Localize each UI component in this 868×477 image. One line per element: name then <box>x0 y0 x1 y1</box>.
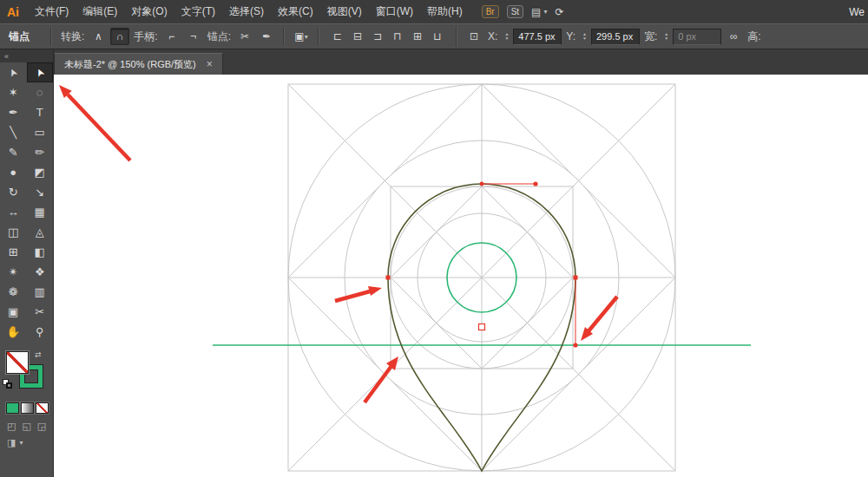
menu-item[interactable]: 视图(V) <box>320 0 369 23</box>
tool-selection[interactable]: ➤ <box>0 62 27 82</box>
tool-pen[interactable]: ✒ <box>0 102 27 122</box>
tool-direct-selection[interactable]: ➤ <box>27 62 54 82</box>
lasso-tool-icon: ◌ <box>36 86 43 99</box>
menu-item[interactable]: 帮助(H) <box>420 0 470 23</box>
bridge-button[interactable]: Br <box>482 5 499 18</box>
align-button-5[interactable]: ⊔ <box>428 28 447 45</box>
width-input[interactable]: 0 px <box>673 29 721 45</box>
tool-lasso[interactable]: ◌ <box>27 82 54 102</box>
chevron-down-icon: ▾ <box>19 439 23 447</box>
tool-mesh[interactable]: ⊞ <box>0 242 27 262</box>
close-icon[interactable]: × <box>207 58 213 70</box>
drawing-mode-icon-0[interactable]: ◰ <box>7 421 16 432</box>
menubar: Ai 文件(F)编辑(E)对象(O)文字(T)选择(S)效果(C)视图(V)窗口… <box>0 0 868 23</box>
y-input[interactable]: 299.5 px <box>591 29 640 45</box>
rectangle-tool-icon: ▭ <box>35 126 45 139</box>
width-stepper[interactable]: ▲ ▼ <box>664 32 668 41</box>
workspace-switcher[interactable]: ▤ ▾ <box>531 6 547 18</box>
pen-tool-icon: ✒ <box>9 106 18 119</box>
align-button-3[interactable]: ⊓ <box>388 28 407 45</box>
blend-tool-icon: ❖ <box>35 265 45 278</box>
top-handle-end-point[interactable] <box>533 181 537 186</box>
menu-item[interactable]: 窗口(W) <box>369 0 420 23</box>
menu-item[interactable]: 选择(S) <box>222 0 271 23</box>
workspace-grid-icon: ▤ <box>531 6 541 18</box>
x-stepper[interactable]: ▲ ▼ <box>504 32 509 41</box>
tool-free-transform[interactable]: ▦ <box>27 202 54 222</box>
hide-handles-button[interactable]: ¬ <box>184 28 203 45</box>
tool-eraser[interactable]: ◩ <box>27 162 54 182</box>
drawing-mode-icon-1[interactable]: ◱ <box>22 421 30 432</box>
document-tab-title: 未标题-2* @ 150% (RGB/预览) <box>64 58 196 71</box>
sync-icon[interactable]: ⟳ <box>555 6 563 18</box>
x-label: X: <box>486 30 499 42</box>
artboard-tool-icon: ▣ <box>8 305 18 318</box>
tool-slice[interactable]: ✂ <box>27 302 54 322</box>
tool-line-segment[interactable]: ╲ <box>0 122 27 142</box>
menu-item[interactable]: 对象(O) <box>124 0 174 23</box>
color-button[interactable] <box>6 402 19 414</box>
fill-color-swatch[interactable] <box>6 351 29 374</box>
tool-type[interactable]: T <box>27 102 54 122</box>
gradient-button[interactable] <box>21 402 34 414</box>
top-anchor-point[interactable] <box>480 182 484 186</box>
tool-rectangle[interactable]: ▭ <box>27 122 54 142</box>
x-input[interactable]: 477.5 px <box>513 29 562 45</box>
tool-width[interactable]: ↔ <box>0 202 27 222</box>
menu-item[interactable]: 文字(T) <box>174 0 222 23</box>
cut-path-button[interactable]: ✂ <box>235 28 254 45</box>
default-fill-stroke-icon[interactable] <box>3 379 12 389</box>
tool-artboard[interactable]: ▣ <box>0 302 27 322</box>
right-handle-end-point[interactable] <box>573 343 577 347</box>
align-button-1[interactable]: ⊟ <box>348 28 367 45</box>
st-button[interactable]: St <box>507 5 523 18</box>
convert-label: 转换: <box>59 29 86 44</box>
tool-shape-builder[interactable]: ◫ <box>0 222 27 242</box>
align-group: ⊏⊟⊐⊓⊞⊔ <box>326 28 449 45</box>
connect-path-button[interactable]: ✒ <box>257 28 276 45</box>
tool-symbol-sprayer[interactable]: ❁ <box>0 282 27 302</box>
canvas[interactable] <box>54 75 868 477</box>
menu-item[interactable]: 效果(C) <box>271 0 320 23</box>
separator <box>50 27 52 46</box>
tool-gradient[interactable]: ◧ <box>27 242 54 262</box>
app-logo[interactable]: Ai <box>0 5 28 19</box>
center-reference-point[interactable] <box>479 324 485 330</box>
screen-mode-button[interactable]: ◨ ▾ <box>0 432 53 448</box>
stepper-down-icon[interactable]: ▼ <box>504 36 509 41</box>
show-handles-button[interactable]: ⌐ <box>162 28 181 45</box>
tool-hand[interactable]: ✋ <box>0 322 27 342</box>
swap-fill-stroke-icon[interactable]: ⇄ <box>35 350 42 359</box>
separator <box>456 27 457 46</box>
link-dimensions-icon[interactable]: ∞ <box>724 28 743 45</box>
tool-column-graph[interactable]: ▥ <box>27 282 54 302</box>
drawing-mode-icon-2[interactable]: ◲ <box>37 421 46 432</box>
tool-blend[interactable]: ❖ <box>27 262 54 282</box>
tool-eyedropper[interactable]: ✴ <box>0 262 27 282</box>
stepper-down-icon[interactable]: ▼ <box>664 36 668 41</box>
perspective-grid-tool-icon: ◬ <box>36 225 44 238</box>
menu-item[interactable]: 文件(F) <box>28 0 76 23</box>
left-anchor-point[interactable] <box>386 276 391 280</box>
collapse-panel-icon[interactable]: « <box>4 52 8 61</box>
tool-magic-wand[interactable]: ✶ <box>0 82 27 102</box>
tool-pencil[interactable]: ✏ <box>27 142 54 162</box>
align-button-0[interactable]: ⊏ <box>328 28 347 45</box>
tool-perspective-grid[interactable]: ◬ <box>27 222 54 242</box>
document-tab[interactable]: 未标题-2* @ 150% (RGB/预览) × <box>54 53 223 75</box>
isolate-selection-button[interactable]: ▣ ▾ <box>292 28 311 45</box>
reference-point-icon[interactable]: ⊡ <box>464 28 483 45</box>
menu-item[interactable]: 编辑(E) <box>76 0 124 23</box>
convert-corner-button[interactable]: ∧ <box>89 28 108 45</box>
align-button-2[interactable]: ⊐ <box>368 28 387 45</box>
y-stepper[interactable]: ▲ ▼ <box>582 32 587 41</box>
none-button[interactable] <box>36 402 49 414</box>
tool-blob-brush[interactable]: ● <box>0 162 27 182</box>
stepper-down-icon[interactable]: ▼ <box>582 36 587 41</box>
align-button-4[interactable]: ⊞ <box>408 28 427 45</box>
tool-rotate[interactable]: ↻ <box>0 182 27 202</box>
tool-zoom[interactable]: ⚲ <box>27 322 54 342</box>
convert-smooth-button[interactable]: ∩ <box>110 28 129 45</box>
tool-paintbrush[interactable]: ✎ <box>0 142 27 162</box>
tool-scale[interactable]: ↘ <box>27 182 54 202</box>
